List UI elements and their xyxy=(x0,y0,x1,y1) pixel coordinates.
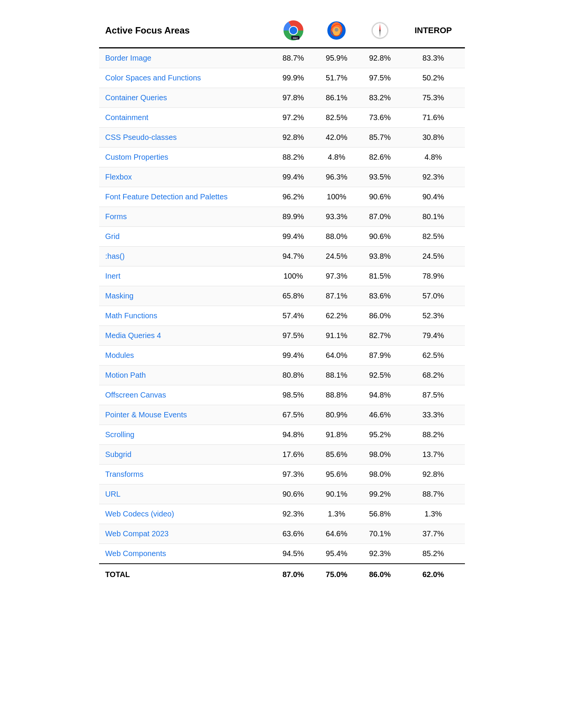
total-col5: 62.0% xyxy=(402,564,465,585)
row-col4: 46.6% xyxy=(358,405,402,425)
row-col3: 80.9% xyxy=(315,405,358,425)
row-col3: 4.8% xyxy=(315,148,358,167)
row-col5: 4.8% xyxy=(402,148,465,167)
chrome-dev-icon-cell: DEV xyxy=(278,20,309,41)
table-row: Pointer & Mouse Events67.5%80.9%46.6%33.… xyxy=(99,405,465,425)
row-col5: 87.5% xyxy=(402,385,465,405)
row-col5: 24.5% xyxy=(402,247,465,266)
row-col3: 85.6% xyxy=(315,445,358,465)
table-row: URL90.6%90.1%99.2%88.7% xyxy=(99,484,465,504)
row-col4: 98.0% xyxy=(358,445,402,465)
row-name[interactable]: URL xyxy=(99,484,272,504)
row-col3: 82.5% xyxy=(315,108,358,128)
row-name[interactable]: Container Queries xyxy=(99,88,272,108)
row-name[interactable]: Flexbox xyxy=(99,167,272,187)
table-row: Subgrid17.6%85.6%98.0%13.7% xyxy=(99,445,465,465)
row-name[interactable]: Math Functions xyxy=(99,306,272,326)
row-name[interactable]: Font Feature Detection and Palettes xyxy=(99,187,272,207)
row-col3: 24.5% xyxy=(315,247,358,266)
row-col2: 99.4% xyxy=(272,167,315,187)
row-name[interactable]: Custom Properties xyxy=(99,148,272,167)
row-col4: 82.6% xyxy=(358,148,402,167)
row-col3: 100% xyxy=(315,187,358,207)
table-row: Grid99.4%88.0%90.6%82.5% xyxy=(99,227,465,247)
total-col2: 87.0% xyxy=(272,564,315,585)
row-col2: 80.8% xyxy=(272,366,315,385)
total-col3: 75.0% xyxy=(315,564,358,585)
row-name[interactable]: Grid xyxy=(99,227,272,247)
row-name[interactable]: Transforms xyxy=(99,465,272,484)
row-col4: 95.2% xyxy=(358,425,402,445)
row-name[interactable]: Inert xyxy=(99,266,272,286)
row-col3: 42.0% xyxy=(315,128,358,148)
svg-text:DEV: DEV xyxy=(293,37,297,39)
row-col5: 92.8% xyxy=(402,465,465,484)
row-col3: 51.7% xyxy=(315,68,358,88)
row-name[interactable]: Subgrid xyxy=(99,445,272,465)
row-name[interactable]: Offscreen Canvas xyxy=(99,385,272,405)
row-col2: 97.8% xyxy=(272,88,315,108)
row-col4: 85.7% xyxy=(358,128,402,148)
row-col4: 82.7% xyxy=(358,326,402,346)
table-footer: TOTAL 87.0% 75.0% 86.0% 62.0% xyxy=(99,564,465,585)
row-name[interactable]: Motion Path xyxy=(99,366,272,385)
row-col3: 86.1% xyxy=(315,88,358,108)
row-name[interactable]: Scrolling xyxy=(99,425,272,445)
row-col5: 79.4% xyxy=(402,326,465,346)
row-name[interactable]: :has() xyxy=(99,247,272,266)
row-name[interactable]: Modules xyxy=(99,346,272,366)
row-name[interactable]: Forms xyxy=(99,207,272,227)
row-col4: 56.8% xyxy=(358,504,402,524)
row-col5: 92.3% xyxy=(402,167,465,187)
row-col2: 88.7% xyxy=(272,48,315,68)
table-row: Flexbox99.4%96.3%93.5%92.3% xyxy=(99,167,465,187)
row-name[interactable]: Pointer & Mouse Events xyxy=(99,405,272,425)
row-col4: 99.2% xyxy=(358,484,402,504)
row-name[interactable]: CSS Pseudo-classes xyxy=(99,128,272,148)
firefox-icon-cell xyxy=(321,21,352,40)
table-row: Web Compat 202363.6%64.6%70.1%37.7% xyxy=(99,524,465,544)
table-row: Offscreen Canvas98.5%88.8%94.8%87.5% xyxy=(99,385,465,405)
row-col4: 73.6% xyxy=(358,108,402,128)
row-name[interactable]: Containment xyxy=(99,108,272,128)
row-col4: 83.6% xyxy=(358,286,402,306)
table-row: Forms89.9%93.3%87.0%80.1% xyxy=(99,207,465,227)
row-col4: 92.5% xyxy=(358,366,402,385)
row-col5: 90.4% xyxy=(402,187,465,207)
table-row: :has()94.7%24.5%93.8%24.5% xyxy=(99,247,465,266)
chrome-dev-icon: DEV xyxy=(283,20,304,41)
row-col2: 99.9% xyxy=(272,68,315,88)
row-col5: 57.0% xyxy=(402,286,465,306)
row-col2: 67.5% xyxy=(272,405,315,425)
row-col5: 30.8% xyxy=(402,128,465,148)
row-name[interactable]: Border Image xyxy=(99,48,272,68)
row-col2: 97.3% xyxy=(272,465,315,484)
row-col4: 90.6% xyxy=(358,187,402,207)
row-col2: 63.6% xyxy=(272,524,315,544)
row-col3: 88.8% xyxy=(315,385,358,405)
row-name[interactable]: Web Codecs (video) xyxy=(99,504,272,524)
row-name[interactable]: Color Spaces and Functions xyxy=(99,68,272,88)
table-row: Custom Properties88.2%4.8%82.6%4.8% xyxy=(99,148,465,167)
col-focus-areas: Active Focus Areas xyxy=(99,15,272,48)
row-name[interactable]: Web Components xyxy=(99,544,272,564)
svg-point-8 xyxy=(335,28,338,32)
row-col2: 89.9% xyxy=(272,207,315,227)
table-row: Transforms97.3%95.6%98.0%92.8% xyxy=(99,465,465,484)
row-col3: 87.1% xyxy=(315,286,358,306)
row-col5: 52.3% xyxy=(402,306,465,326)
table-row: Media Queries 497.5%91.1%82.7%79.4% xyxy=(99,326,465,346)
row-col2: 96.2% xyxy=(272,187,315,207)
row-col5: 13.7% xyxy=(402,445,465,465)
row-col5: 80.1% xyxy=(402,207,465,227)
row-name[interactable]: Masking xyxy=(99,286,272,306)
row-name[interactable]: Media Queries 4 xyxy=(99,326,272,346)
row-col4: 92.8% xyxy=(358,48,402,68)
row-col2: 92.8% xyxy=(272,128,315,148)
row-col4: 87.0% xyxy=(358,207,402,227)
table-row: Web Codecs (video)92.3%1.3%56.8%1.3% xyxy=(99,504,465,524)
row-name[interactable]: Web Compat 2023 xyxy=(99,524,272,544)
row-col3: 95.6% xyxy=(315,465,358,484)
table-row: Border Image88.7%95.9%92.8%83.3% xyxy=(99,48,465,68)
row-col2: 65.8% xyxy=(272,286,315,306)
